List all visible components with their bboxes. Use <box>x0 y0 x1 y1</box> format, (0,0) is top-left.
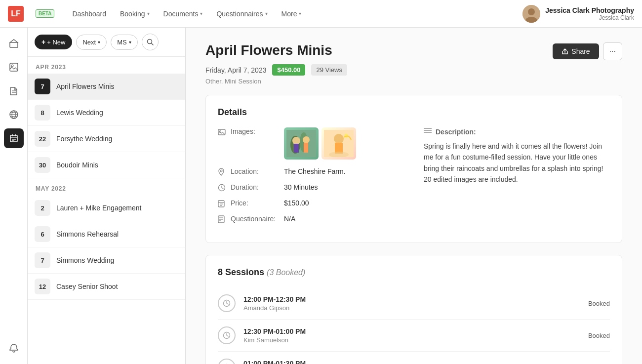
slot-status: Booked <box>588 332 610 339</box>
nav-more[interactable]: More ▾ <box>276 7 308 21</box>
price-label: Price: <box>231 199 280 207</box>
session-date: 8 <box>35 105 50 121</box>
photo-thumb-2 <box>321 127 356 160</box>
description-text: Spring is finally here and with it comes… <box>424 141 610 185</box>
description-header: Description: <box>424 127 610 136</box>
month-header-may2022: MAY 2022 <box>28 178 185 195</box>
sidebar-item-gallery[interactable] <box>4 57 24 77</box>
svg-point-27 <box>303 136 310 143</box>
views-badge: 29 Views <box>311 64 347 76</box>
nav-questionnaires[interactable]: Questionnaires ▾ <box>210 7 273 21</box>
search-button[interactable] <box>142 34 159 50</box>
duration-value: 30 Minutes <box>284 183 318 191</box>
sessions-toolbar: + + New Next ▾ MS ▾ <box>28 28 185 57</box>
session-date: 12 <box>35 279 50 294</box>
sessions-panel: + + New Next ▾ MS ▾ APR 2023 7 April Flo… <box>28 28 186 364</box>
sidebar-item-notifications[interactable] <box>4 338 24 358</box>
slot-time: 12:00 PM-12:30 PM <box>243 295 580 303</box>
list-item[interactable]: 12 Casey Senior Shoot <box>28 274 185 300</box>
nav-booking[interactable]: Booking ▾ <box>114 7 156 21</box>
sidebar-item-bookings[interactable] <box>4 128 24 148</box>
svg-point-1 <box>528 8 535 15</box>
svg-point-34 <box>220 170 222 172</box>
session-date: 22 <box>35 131 50 147</box>
session-date: 7 <box>35 252 50 268</box>
sessions-booked-count: (3 Booked) <box>267 268 305 277</box>
session-meta: Friday, April 7, 2023 $450.00 29 Views <box>205 64 622 76</box>
questionnaire-row: Questionnaire: N/A <box>218 215 404 225</box>
svg-point-25 <box>292 137 300 145</box>
ms-button[interactable]: MS ▾ <box>111 35 138 50</box>
session-date: 7 <box>35 79 50 94</box>
location-icon <box>218 168 227 177</box>
images-thumbnails <box>284 127 356 160</box>
session-name: Boudoir Minis <box>56 161 98 169</box>
price-row: Price: $150.00 <box>218 199 404 209</box>
price-icon <box>218 200 227 209</box>
nav-profile[interactable]: Jessica Clark Photography Jessica Clark <box>522 5 634 23</box>
questionnaire-value: N/A <box>284 215 295 223</box>
description-section: Description: Spring is finally here and … <box>424 127 610 231</box>
session-slot: 12:30 PM-01:00 PM Kim Samuelson Booked <box>218 320 610 352</box>
nav-documents[interactable]: Documents ▾ <box>158 7 209 21</box>
session-name: Lewis Wedding <box>56 109 103 117</box>
new-button[interactable]: + + New <box>35 35 72 49</box>
more-options-button[interactable]: ··· <box>603 42 622 60</box>
next-chevron-icon: ▾ <box>98 40 100 45</box>
duration-icon <box>218 184 227 193</box>
main-layout: + + New Next ▾ MS ▾ APR 2023 7 April Flo… <box>0 28 642 364</box>
share-button[interactable]: Share <box>553 43 599 59</box>
list-item[interactable]: 2 Lauren + Mike Engagement <box>28 195 185 221</box>
svg-point-30 <box>334 134 344 144</box>
list-item[interactable]: 22 Forsythe Wedding <box>28 126 185 152</box>
app-logo: LF <box>8 6 24 22</box>
sidebar-item-globe[interactable] <box>4 105 24 124</box>
month-header-apr2023: APR 2023 <box>28 57 185 74</box>
price-value: $150.00 <box>284 199 309 207</box>
profile-name: Jessica Clark <box>545 14 634 21</box>
session-date: 30 <box>35 157 50 173</box>
sessions-section: 8 Sessions (3 Booked) 12:00 PM-12:30 PM … <box>205 255 622 364</box>
sessions-list: APR 2023 7 April Flowers Minis 8 Lewis W… <box>28 57 185 364</box>
svg-rect-3 <box>10 42 18 47</box>
profile-info: Jessica Clark Photography Jessica Clark <box>545 6 634 21</box>
next-button[interactable]: Next ▾ <box>76 35 107 50</box>
main-content: April Flowers Minis Share ··· Friday, Ap… <box>186 28 642 364</box>
slot-status: Booked <box>588 300 610 307</box>
session-date: 2 <box>35 200 50 216</box>
questionnaire-icon <box>218 215 227 225</box>
svg-rect-4 <box>10 63 18 71</box>
ms-chevron-icon: ▾ <box>129 40 131 45</box>
list-item[interactable]: 30 Boudoir Minis <box>28 152 185 178</box>
session-slot: 12:00 PM-12:30 PM Amanda Gipson Booked <box>218 287 610 320</box>
images-row: Images: <box>218 127 404 160</box>
slot-name: Amanda Gipson <box>243 304 580 312</box>
images-label: Images: <box>231 127 280 135</box>
details-grid: Images: <box>218 127 610 231</box>
list-item[interactable]: 6 Simmons Rehearsal <box>28 221 185 247</box>
sessions-section-header: 8 Sessions (3 Booked) <box>218 267 610 278</box>
list-item[interactable]: 7 April Flowers Minis <box>28 74 185 100</box>
more-arrow: ▾ <box>299 11 301 16</box>
location-value: The Cheshire Farm. <box>284 167 345 175</box>
top-nav: LF BETA Dashboard Booking ▾ Documents ▾ … <box>0 0 642 28</box>
list-item[interactable]: 7 Simmons Wedding <box>28 247 185 274</box>
duration-label: Duration: <box>231 183 280 191</box>
session-name: Simmons Wedding <box>56 256 114 264</box>
icon-sidebar <box>0 28 28 364</box>
list-item[interactable]: 8 Lewis Wedding <box>28 100 185 126</box>
description-icon <box>424 127 432 136</box>
plus-icon: + <box>41 38 45 46</box>
session-title: April Flowers Minis <box>205 42 332 58</box>
session-name: Lauren + Mike Engagement <box>56 204 141 212</box>
profile-company: Jessica Clark Photography <box>545 6 634 14</box>
session-name: April Flowers Minis <box>56 82 114 90</box>
slot-time: 12:30 PM-01:00 PM <box>243 327 580 335</box>
location-label: Location: <box>231 167 280 175</box>
svg-rect-26 <box>294 144 299 153</box>
sidebar-item-files[interactable] <box>4 81 24 101</box>
sidebar-item-home[interactable] <box>4 34 24 53</box>
session-name: Casey Senior Shoot <box>56 283 118 290</box>
slot-info: 12:30 PM-01:00 PM Kim Samuelson <box>243 327 580 344</box>
nav-dashboard[interactable]: Dashboard <box>66 7 112 21</box>
